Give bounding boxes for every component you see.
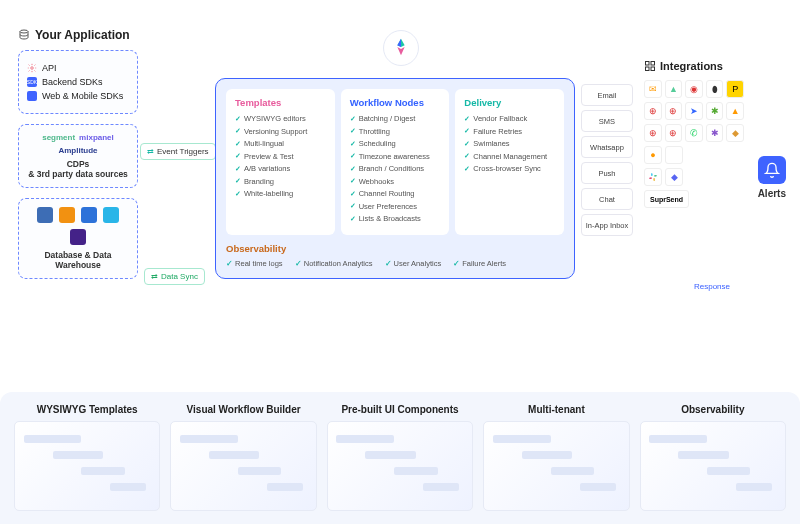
your-application-column: Your Application API SDKBackend SDKs Web… — [18, 28, 138, 289]
feature-card: WYSIWYG Templates — [14, 404, 160, 511]
feature-item: Swimlanes — [464, 139, 555, 148]
stack-icon — [18, 29, 30, 41]
templates-title: Templates — [235, 97, 326, 108]
bell-icon — [758, 156, 786, 184]
channel-push: Push — [581, 162, 633, 184]
integrations-title: Integrations — [644, 60, 744, 72]
postgres-icon — [37, 207, 53, 223]
cdp-label: CDPs & 3rd party data sources — [27, 159, 129, 179]
feature-item: Lists & Broadcasts — [350, 214, 441, 223]
channel-chat: Chat — [581, 188, 633, 210]
feature-item: Branch / Conditions — [350, 164, 441, 173]
svg-rect-5 — [651, 67, 655, 71]
delivery-list: Vendor FallbackFailure RetriesSwimlanesC… — [464, 114, 555, 173]
delivery-card: Delivery Vendor FallbackFailure RetriesS… — [455, 89, 564, 235]
channel-whatsapp: Whatsapp — [581, 136, 633, 158]
feature-item: A/B variations — [235, 164, 326, 173]
data-sync-pill: ⇄Data Sync — [144, 268, 205, 285]
int-row-chat: ◆ — [644, 168, 744, 186]
db-label: Database & Data Warehouse — [27, 250, 129, 270]
snowflake-icon — [103, 207, 119, 223]
app-title-text: Your Application — [35, 28, 130, 42]
workflow-title: Workflow Nodes — [350, 97, 441, 108]
thumbnail — [483, 421, 629, 511]
suprsend-logo — [383, 30, 419, 66]
feature-item: Batching / Digest — [350, 114, 441, 123]
observability-list: Real time logsNotification AnalyticsUser… — [226, 259, 564, 268]
int-row-sms: ⊕⊕➤✱▲ — [644, 102, 744, 120]
alerts-block: Alerts — [758, 156, 786, 199]
feature-item: Vendor Fallback — [464, 114, 555, 123]
thumbnail — [170, 421, 316, 511]
feature-item: Timezone awareness — [350, 152, 441, 161]
channel-sms: SMS — [581, 110, 633, 132]
feature-item: Failure Retries — [464, 127, 555, 136]
feature-item: Multi-lingual — [235, 139, 326, 148]
feature-card: Visual Workflow Builder — [170, 404, 316, 511]
channels-column: EmailSMSWhatsappPushChatIn-App Inbox — [581, 84, 633, 240]
channel-email: Email — [581, 84, 633, 106]
observability-title: Observability — [226, 243, 564, 254]
center-panel: Templates WYSIWYG editorsVersioning Supp… — [215, 78, 575, 279]
feature-item: Webhooks — [350, 177, 441, 186]
svg-point-1 — [31, 67, 34, 70]
response-label: Response — [694, 282, 730, 291]
cdp-logos: segment mixpanel Amplitude — [27, 133, 129, 155]
sdk-api: API — [27, 63, 129, 73]
event-triggers-pill: ⇄Event Triggers — [140, 143, 216, 160]
int-row-email: ✉▲◉⬮P — [644, 80, 744, 98]
logo-icon — [390, 37, 412, 59]
feature-item: Cross-browser Sync — [464, 164, 555, 173]
feature-item: Scheduling — [350, 139, 441, 148]
feature-item: WYSIWYG editors — [235, 114, 326, 123]
svg-point-0 — [20, 30, 28, 33]
alerts-label: Alerts — [758, 188, 786, 199]
cdp-box: segment mixpanel Amplitude CDPs & 3rd pa… — [18, 124, 138, 188]
channel-in-app-inbox: In-App Inbox — [581, 214, 633, 236]
feature-item: Preview & Test — [235, 152, 326, 161]
integrations-column: Integrations ✉▲◉⬮P ⊕⊕➤✱▲ ⊕⊕✆✱◆ ● ◆ SuprS… — [644, 60, 744, 212]
svg-rect-4 — [646, 67, 650, 71]
bigquery-icon — [81, 207, 97, 223]
feature-item: Branding — [235, 177, 326, 186]
feature-item: White-labelling — [235, 189, 326, 198]
templates-list: WYSIWYG editorsVersioning SupportMulti-l… — [235, 114, 326, 198]
feature-item: Channel Routing — [350, 189, 441, 198]
svg-rect-2 — [646, 62, 650, 66]
db-box: Database & Data Warehouse — [18, 198, 138, 279]
svg-rect-3 — [651, 62, 655, 66]
feature-item: Throttling — [350, 127, 441, 136]
sdk-backend: SDKBackend SDKs — [27, 77, 129, 87]
mysql-icon — [59, 207, 75, 223]
thumbnail — [14, 421, 160, 511]
observability-section: Observability Real time logsNotification… — [226, 243, 564, 268]
features-strip: WYSIWYG TemplatesVisual Workflow Builder… — [0, 392, 800, 524]
grid-icon — [644, 60, 656, 72]
feature-card: Multi-tenant — [483, 404, 629, 511]
thumbnail — [327, 421, 473, 511]
sdk-web: Web & Mobile SDKs — [27, 91, 129, 101]
workflow-card: Workflow Nodes Batching / DigestThrottli… — [341, 89, 450, 235]
feature-item: Channel Management — [464, 152, 555, 161]
feature-item: User Preferences — [350, 202, 441, 211]
templates-card: Templates WYSIWYG editorsVersioning Supp… — [226, 89, 335, 235]
feature-card: Observability — [640, 404, 786, 511]
sdk-box: API SDKBackend SDKs Web & Mobile SDKs — [18, 50, 138, 114]
slack-icon — [644, 168, 662, 186]
db-logos — [27, 207, 129, 245]
sdk-icon: SDK — [27, 77, 37, 87]
mobile-icon — [27, 91, 37, 101]
delivery-title: Delivery — [464, 97, 555, 108]
feature-card: Pre-built UI Components — [327, 404, 473, 511]
thumbnail — [640, 421, 786, 511]
int-row-inapp: SuprSend — [644, 190, 744, 208]
feature-item: Versioning Support — [235, 127, 326, 136]
clickhouse-icon — [70, 229, 86, 245]
int-row-whatsapp: ⊕⊕✆✱◆ — [644, 124, 744, 142]
int-row-push: ● — [644, 146, 744, 164]
your-application-title: Your Application — [18, 28, 138, 42]
api-icon — [27, 63, 37, 73]
workflow-list: Batching / DigestThrottlingSchedulingTim… — [350, 114, 441, 223]
